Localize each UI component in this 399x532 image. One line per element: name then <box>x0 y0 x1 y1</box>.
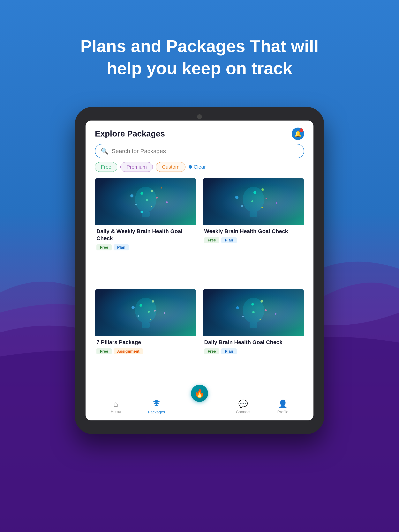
package-info-2: Weekly Brain Health Goal Check Free Plan <box>203 225 304 245</box>
tag-plan-2: Plan <box>221 237 237 243</box>
home-icon: ⌂ <box>114 399 118 408</box>
packages-icon <box>153 399 160 409</box>
package-info-1: Daily & Weekly Brain Health Goal Check F… <box>95 225 196 252</box>
package-tags-2: Free Plan <box>204 237 302 243</box>
search-bar-wrapper: 🔍 <box>95 144 304 158</box>
filter-premium[interactable]: Premium <box>120 162 153 172</box>
package-name-2: Weekly Brain Health Goal Check <box>204 228 302 235</box>
package-thumb-2 <box>203 178 304 225</box>
svg-point-0 <box>135 187 156 212</box>
package-card-3[interactable]: 7 Pillars Package Free Assignment <box>95 289 196 387</box>
search-input[interactable] <box>112 148 298 154</box>
svg-rect-7 <box>250 322 257 328</box>
notification-badge <box>299 128 303 132</box>
package-card-2[interactable]: Weekly Brain Health Goal Check Free Plan <box>203 178 304 283</box>
profile-icon: 👤 <box>278 399 288 409</box>
package-card-1[interactable]: Daily & Weekly Brain Health Goal Check F… <box>95 178 196 283</box>
filter-free[interactable]: Free <box>95 162 117 172</box>
brain-head-svg-3 <box>126 293 165 332</box>
app-header-title: Explore Packages <box>95 129 165 139</box>
page-title: Plans and Packages That will help you ke… <box>80 35 319 80</box>
svg-point-4 <box>135 298 156 323</box>
filter-row: Free Premium Custom Clear <box>85 162 314 177</box>
svg-point-6 <box>243 298 264 323</box>
nav-item-home[interactable]: ⌂ Home <box>111 399 121 414</box>
packages-grid: Daily & Weekly Brain Health Goal Check F… <box>85 177 314 393</box>
bottom-nav: 🔥 ⌂ Home Packages 💬 Connect � <box>85 393 314 420</box>
nav-label-packages: Packages <box>148 410 165 414</box>
tag-assignment-3: Assignment <box>114 348 143 355</box>
package-thumb-4 <box>203 289 304 336</box>
nav-item-profile[interactable]: 👤 Profile <box>277 399 288 414</box>
package-thumb-1 <box>95 178 196 225</box>
package-name-4: Daily Brain Health Goal Check <box>204 339 302 346</box>
brain-head-svg-2 <box>234 182 273 221</box>
package-name-1: Daily & Weekly Brain Health Goal Check <box>97 228 195 242</box>
package-info-3: 7 Pillars Package Free Assignment <box>95 336 196 356</box>
svg-rect-3 <box>250 211 257 217</box>
filter-clear[interactable]: Clear <box>189 164 206 170</box>
flame-icon: 🔥 <box>194 388 205 398</box>
nav-item-connect[interactable]: 💬 Connect <box>236 399 251 414</box>
brain-head-svg <box>126 182 165 221</box>
package-tags-1: Free Plan <box>97 244 195 250</box>
search-icon: 🔍 <box>101 147 109 155</box>
package-tags-4: Free Plan <box>204 348 302 355</box>
svg-rect-1 <box>142 211 150 217</box>
nav-label-connect: Connect <box>236 410 251 414</box>
app-header: Explore Packages 🔔 <box>85 120 314 144</box>
tag-plan-4: Plan <box>221 348 237 355</box>
package-card-4[interactable]: Daily Brain Health Goal Check Free Plan <box>203 289 304 387</box>
tablet-device: Explore Packages 🔔 🔍 Free Premium Custom… <box>75 107 324 434</box>
nav-label-profile: Profile <box>277 410 288 414</box>
package-thumb-3 <box>95 289 196 336</box>
tag-free-3: Free <box>97 348 112 355</box>
svg-rect-5 <box>142 322 150 328</box>
tag-free-4: Free <box>204 348 219 355</box>
tag-free-2: Free <box>204 237 219 243</box>
tablet-camera <box>197 114 202 119</box>
tag-free-1: Free <box>97 244 112 250</box>
package-name-3: 7 Pillars Package <box>97 339 195 346</box>
tag-plan-1: Plan <box>114 244 129 250</box>
package-tags-3: Free Assignment <box>97 348 195 355</box>
filter-custom[interactable]: Custom <box>156 162 186 172</box>
connect-icon: 💬 <box>238 399 248 409</box>
nav-item-packages[interactable]: Packages <box>148 399 165 414</box>
nav-label-home: Home <box>111 410 121 414</box>
package-info-4: Daily Brain Health Goal Check Free Plan <box>203 336 304 356</box>
svg-point-2 <box>243 187 264 212</box>
tablet-screen: Explore Packages 🔔 🔍 Free Premium Custom… <box>85 120 314 420</box>
notification-button[interactable]: 🔔 <box>292 127 304 140</box>
brain-head-svg-4 <box>234 293 273 332</box>
nav-fab-button[interactable]: 🔥 <box>191 385 208 402</box>
search-container: 🔍 <box>85 144 314 162</box>
clear-dot-icon <box>189 165 192 169</box>
